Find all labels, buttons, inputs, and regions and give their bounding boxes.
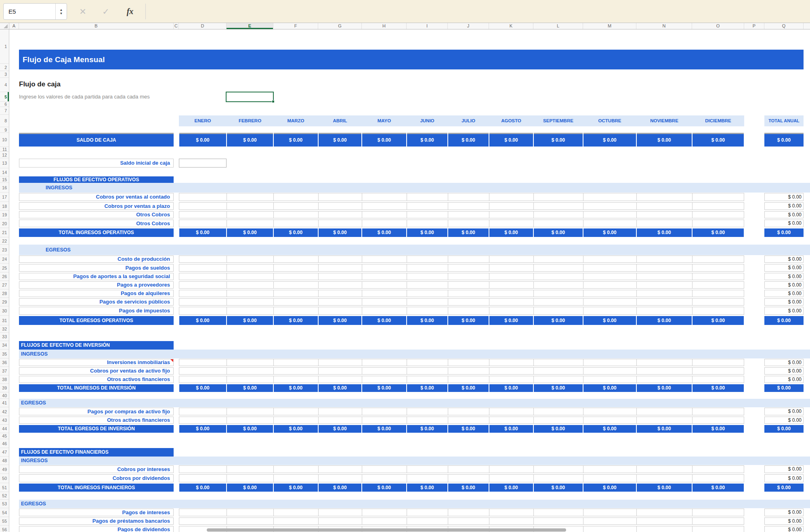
cell-O18[interactable]: [692, 202, 744, 210]
cell-H24[interactable]: [362, 256, 407, 263]
row-number-55[interactable]: 55: [0, 517, 9, 526]
select-all-corner[interactable]: [0, 23, 9, 29]
cell-J43[interactable]: [448, 417, 489, 424]
cell-D38[interactable]: [179, 376, 227, 383]
cell-N38[interactable]: [636, 376, 692, 383]
cell-N20[interactable]: [636, 220, 692, 227]
cell-M19[interactable]: [583, 211, 637, 218]
cell-M37[interactable]: [583, 367, 637, 375]
cell-H21[interactable]: $ 0.00: [362, 228, 406, 237]
fill-handle[interactable]: [272, 100, 275, 103]
column-header-L[interactable]: L: [533, 23, 583, 29]
cell-D24[interactable]: [179, 256, 227, 263]
cell-K18[interactable]: [489, 202, 534, 210]
cell-M49[interactable]: [583, 465, 637, 473]
cell-F21[interactable]: $ 0.00: [274, 228, 318, 237]
column-header-A[interactable]: A: [9, 23, 19, 29]
cell-H54[interactable]: [362, 509, 407, 516]
cell-D29[interactable]: [179, 298, 227, 306]
column-header-K[interactable]: K: [489, 23, 533, 29]
row-number-28[interactable]: 28: [0, 289, 9, 298]
cell-G55[interactable]: [318, 517, 362, 525]
cell-N51[interactable]: $ 0.00: [637, 484, 692, 492]
cell-F30[interactable]: [273, 307, 319, 315]
cell-O10[interactable]: $ 0.00: [692, 133, 744, 147]
cell-N55[interactable]: [636, 517, 692, 525]
cell-I39[interactable]: $ 0.00: [407, 384, 447, 392]
cell-E30[interactable]: [227, 307, 274, 315]
cell-K51[interactable]: $ 0.00: [489, 484, 533, 492]
cell-J37[interactable]: [448, 367, 489, 375]
cell-G20[interactable]: [318, 220, 362, 227]
cell-I36[interactable]: [407, 359, 448, 366]
subsection-header-row-35[interactable]: INGRESOS: [19, 350, 810, 358]
row-label-cell-B49[interactable]: Cobros por intereses: [19, 465, 174, 473]
cell-D37[interactable]: [179, 367, 227, 375]
cell-I17[interactable]: [407, 193, 448, 201]
cell-N28[interactable]: [636, 290, 692, 297]
cell-J36[interactable]: [448, 359, 489, 366]
cell-N26[interactable]: [636, 273, 692, 280]
cell-N43[interactable]: [636, 417, 692, 424]
cell-K37[interactable]: [489, 367, 534, 375]
cell-D31[interactable]: $ 0.00: [179, 316, 226, 325]
cell-O44[interactable]: $ 0.00: [692, 425, 744, 433]
cell-H10[interactable]: $ 0.00: [362, 133, 406, 147]
row-number-14[interactable]: 14: [0, 168, 9, 176]
month-header-mayo[interactable]: MAYO: [362, 115, 407, 126]
row-number-17[interactable]: 17: [0, 193, 9, 202]
cell-E19[interactable]: [227, 211, 274, 218]
cell-K24[interactable]: [489, 256, 534, 263]
cell-Q39[interactable]: $ 0.00: [764, 384, 804, 392]
cell-E42[interactable]: [227, 408, 274, 415]
cell-I27[interactable]: [407, 281, 448, 289]
row-number-25[interactable]: 25: [0, 264, 9, 272]
cell-F18[interactable]: [273, 202, 319, 210]
cell-I30[interactable]: [407, 307, 448, 315]
input-cell-D13[interactable]: [179, 159, 227, 168]
cell-N21[interactable]: $ 0.00: [637, 228, 692, 237]
cell-D39[interactable]: $ 0.00: [179, 384, 226, 392]
cell-O25[interactable]: [692, 264, 744, 272]
cell-Q21[interactable]: $ 0.00: [764, 228, 804, 237]
cell-M30[interactable]: [583, 307, 637, 315]
cell-D51[interactable]: $ 0.00: [179, 484, 226, 492]
row-label-cell-B28[interactable]: Pagos de alquileres: [19, 290, 174, 297]
section-header-row-34[interactable]: FLUJOS DE EFECTIVO DE INVERSIÓN: [19, 341, 174, 350]
row-number-50[interactable]: 50: [0, 474, 9, 483]
cell-E24[interactable]: [227, 256, 274, 263]
cell-Q36[interactable]: $ 0.00: [764, 359, 804, 366]
function-icon[interactable]: fx: [121, 3, 139, 20]
cell-E51[interactable]: $ 0.00: [227, 484, 273, 492]
cell-O26[interactable]: [692, 273, 744, 280]
cell-F26[interactable]: [273, 273, 319, 280]
cell-O39[interactable]: $ 0.00: [692, 384, 744, 392]
cell-L10[interactable]: $ 0.00: [534, 133, 583, 147]
row-number-29[interactable]: 29: [0, 298, 9, 306]
cell-J10[interactable]: $ 0.00: [448, 133, 489, 147]
cell-Q20[interactable]: $ 0.00: [764, 220, 804, 227]
name-box[interactable]: E5 ▲▼: [3, 3, 67, 20]
cell-Q31[interactable]: $ 0.00: [764, 316, 804, 325]
row-number-5[interactable]: 5: [0, 92, 9, 102]
row-label-cell-B36[interactable]: Inversiones inmobiliarias: [19, 359, 174, 366]
cell-L49[interactable]: [533, 465, 583, 473]
row-label-cell-B38[interactable]: Otros activos financieros: [19, 376, 174, 383]
cell-J51[interactable]: $ 0.00: [448, 484, 489, 492]
cell-H43[interactable]: [362, 417, 407, 424]
cell-L55[interactable]: [533, 517, 583, 525]
cell-D21[interactable]: $ 0.00: [179, 228, 226, 237]
subsection-header-row-53[interactable]: EGRESOS: [19, 500, 810, 508]
cell-N25[interactable]: [636, 264, 692, 272]
cell-F25[interactable]: [273, 264, 319, 272]
cell-Q29[interactable]: $ 0.00: [764, 298, 804, 306]
cell-N39[interactable]: $ 0.00: [637, 384, 692, 392]
cell-O49[interactable]: [692, 465, 744, 473]
cell-G31[interactable]: $ 0.00: [319, 316, 361, 325]
cell-F39[interactable]: $ 0.00: [274, 384, 318, 392]
cell-O21[interactable]: $ 0.00: [692, 228, 744, 237]
cell-D49[interactable]: [179, 465, 227, 473]
cell-G27[interactable]: [318, 281, 362, 289]
cell-L27[interactable]: [533, 281, 583, 289]
cell-J17[interactable]: [448, 193, 489, 201]
